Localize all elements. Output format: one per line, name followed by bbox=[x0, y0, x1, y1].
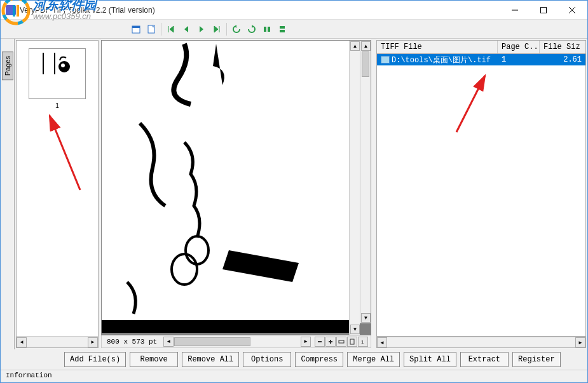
nav-up-button[interactable]: ▲ bbox=[350, 41, 360, 51]
pages-panel: 1 ◄ ► bbox=[16, 40, 99, 348]
flip-h-icon bbox=[262, 24, 272, 34]
zoom-in-icon bbox=[327, 339, 334, 345]
prev-page-icon bbox=[181, 24, 191, 34]
svg-rect-9 bbox=[132, 26, 140, 28]
button-row: Add File(s) Remove Remove All Options Co… bbox=[1, 349, 587, 370]
scroll-thumb[interactable] bbox=[174, 337, 250, 346]
scroll-right-button[interactable]: ► bbox=[301, 337, 311, 347]
first-page-icon bbox=[166, 24, 176, 34]
scroll-right-button[interactable]: ► bbox=[575, 337, 585, 347]
fit-width-icon bbox=[338, 339, 345, 345]
app-icon bbox=[6, 5, 16, 15]
fit-page-button[interactable] bbox=[347, 337, 357, 347]
svg-point-15 bbox=[61, 64, 65, 67]
file-table-header: TIFF File Page C... File Siz bbox=[376, 40, 586, 54]
info-label: Information bbox=[6, 372, 52, 379]
cell-filepath: D:\tools\桌面\图片\.tif bbox=[392, 55, 491, 65]
nav-down-button[interactable]: ▼ bbox=[350, 325, 360, 334]
titlebar: VeryPDF TIFFToolkit v2.2 (Trial version) bbox=[1, 1, 587, 20]
svg-rect-25 bbox=[350, 339, 354, 344]
toolbar-new-button[interactable] bbox=[144, 22, 158, 36]
svg-rect-24 bbox=[339, 340, 344, 343]
scroll-left-button[interactable]: ◄ bbox=[163, 337, 174, 347]
preview-hscroll[interactable]: ◄ ► bbox=[162, 337, 312, 347]
file-icon bbox=[381, 56, 390, 64]
toolbar-prev-button[interactable] bbox=[179, 22, 193, 36]
dimensions-label: 800 x 573 pt bbox=[102, 338, 162, 346]
preview-area: ▲ ▼ ▲ ▼ 800 x 573 pt ◄ ► bbox=[101, 40, 371, 348]
zoom-out-button[interactable] bbox=[315, 337, 325, 347]
toolbar-flip-v-button[interactable] bbox=[275, 22, 289, 36]
thumbnails-area: 1 bbox=[17, 41, 98, 336]
scroll-down-button[interactable]: ▼ bbox=[361, 313, 371, 323]
merge-all-button[interactable]: Merge All bbox=[347, 352, 400, 367]
svg-rect-17 bbox=[102, 41, 350, 333]
window-title: VeryPDF TIFFToolkit v2.2 (Trial version) bbox=[20, 6, 500, 15]
app-window: 河东软件园 www.pc0359.cn VeryPDF TIFFToolkit … bbox=[0, 0, 588, 383]
toolbar bbox=[1, 20, 587, 39]
toolbar-first-button[interactable] bbox=[164, 22, 178, 36]
col-header-file[interactable]: TIFF File bbox=[377, 41, 498, 53]
minimize-button[interactable] bbox=[500, 1, 529, 19]
file-list[interactable]: D:\tools\桌面\图片\.tif 1 2.61 bbox=[376, 54, 586, 337]
scroll-right-button[interactable]: ► bbox=[88, 337, 98, 347]
actual-size-button[interactable]: 1 bbox=[358, 337, 368, 347]
toolbar-rotate-left-button[interactable] bbox=[229, 22, 243, 36]
actual-size-icon: 1 bbox=[360, 339, 366, 345]
register-button[interactable]: Register bbox=[512, 352, 561, 367]
preview-page bbox=[102, 41, 350, 333]
preview-nav-vscroll[interactable]: ▲ ▼ bbox=[349, 41, 360, 335]
toolbar-flip-h-button[interactable] bbox=[260, 22, 274, 36]
toolbar-open-button[interactable] bbox=[129, 22, 143, 36]
main-area: Pages 1 ◄ ► bbox=[1, 39, 587, 349]
flip-v-icon bbox=[277, 24, 287, 34]
col-header-size[interactable]: File Siz bbox=[540, 41, 585, 53]
info-bar: Information bbox=[1, 370, 587, 382]
scroll-up-button[interactable]: ▲ bbox=[361, 41, 371, 51]
preview-statusbar: 800 x 573 pt ◄ ► 1 bbox=[101, 335, 371, 348]
pages-tab-strip: Pages bbox=[1, 39, 15, 349]
scroll-left-button[interactable]: ◄ bbox=[377, 337, 387, 347]
svg-rect-23 bbox=[330, 340, 331, 344]
preview-viewport[interactable]: ▲ ▼ ▲ ▼ bbox=[101, 40, 371, 335]
scroll-thumb[interactable] bbox=[362, 51, 369, 77]
maximize-button[interactable] bbox=[529, 1, 557, 19]
file-hscroll[interactable]: ◄ ► bbox=[376, 337, 586, 348]
split-all-button[interactable]: Split All bbox=[404, 352, 456, 367]
add-file-button[interactable]: Add File(s) bbox=[64, 352, 126, 367]
remove-all-button[interactable]: Remove All bbox=[182, 352, 239, 367]
toolbar-next-button[interactable] bbox=[195, 22, 209, 36]
toolbar-sep bbox=[226, 23, 227, 36]
svg-line-16 bbox=[50, 116, 80, 190]
table-row[interactable]: D:\tools\桌面\图片\.tif 1 2.61 bbox=[377, 54, 585, 65]
svg-line-27 bbox=[456, 76, 485, 132]
remove-button[interactable]: Remove bbox=[130, 352, 178, 367]
fit-page-icon bbox=[349, 339, 355, 345]
pages-tab[interactable]: Pages bbox=[2, 51, 13, 80]
next-page-icon bbox=[196, 24, 207, 34]
zoom-in-button[interactable] bbox=[325, 337, 336, 347]
thumbnail-image bbox=[29, 48, 86, 99]
col-header-pages[interactable]: Page C... bbox=[498, 41, 540, 53]
pages-hscroll[interactable]: ◄ ► bbox=[17, 336, 98, 347]
options-button[interactable]: Options bbox=[243, 352, 291, 367]
annotation-arrow-icon bbox=[450, 72, 495, 135]
rotate-left-icon bbox=[231, 24, 242, 34]
preview-vscroll[interactable]: ▲ ▼ bbox=[360, 41, 371, 323]
close-button[interactable] bbox=[557, 1, 586, 19]
minimize-icon bbox=[512, 7, 518, 13]
scroll-left-button[interactable]: ◄ bbox=[17, 337, 27, 347]
page-thumbnail[interactable]: 1 bbox=[29, 48, 86, 109]
toolbar-rotate-right-button[interactable] bbox=[245, 22, 259, 36]
compress-button[interactable]: Compress bbox=[295, 352, 343, 367]
fit-width-button[interactable] bbox=[336, 337, 346, 347]
new-file-icon bbox=[146, 24, 156, 34]
svg-rect-20 bbox=[102, 320, 350, 333]
toolbar-last-button[interactable] bbox=[210, 22, 224, 36]
close-icon bbox=[569, 7, 575, 13]
cell-size: 2.61 bbox=[540, 55, 585, 65]
svg-rect-5 bbox=[540, 7, 546, 13]
extract-button[interactable]: Extract bbox=[460, 352, 509, 367]
rotate-right-icon bbox=[247, 24, 257, 34]
file-panel: TIFF File Page C... File Siz D:\tools\桌面… bbox=[376, 40, 586, 348]
